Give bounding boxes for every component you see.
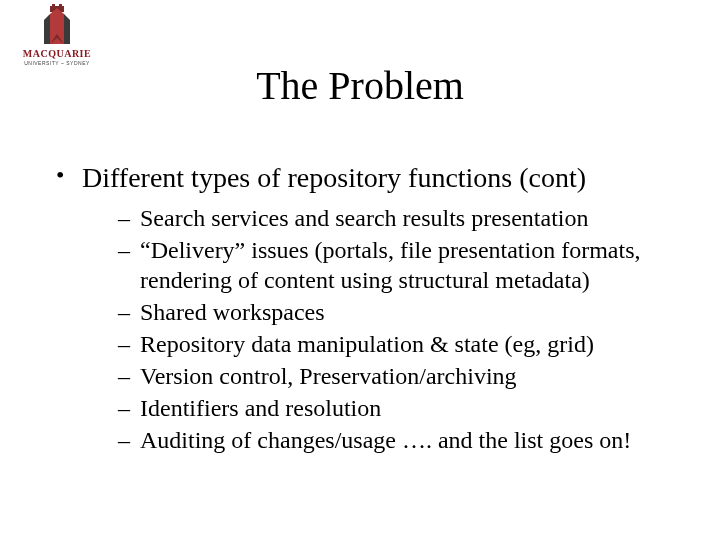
slide-title: The Problem [0, 62, 720, 109]
logo-title: MACQUARIE [12, 48, 102, 59]
bullet-level2-item: “Delivery” issues (portals, file present… [118, 235, 710, 295]
bullet-level2-item: Repository data manipulation & state (eg… [118, 329, 710, 359]
bullet-level2-item: Search services and search results prese… [118, 203, 710, 233]
bullet-list-level2: Search services and search results prese… [82, 203, 710, 455]
svg-rect-1 [52, 4, 55, 8]
university-logo: MACQUARIE UNIVERSITY ~ SYDNEY [12, 4, 102, 66]
bullet-list-level1: Different types of repository functions … [54, 160, 710, 455]
slide-body: Different types of repository functions … [54, 160, 710, 469]
bullet-level2-item: Shared workspaces [118, 297, 710, 327]
bullet-level2-item: Version control, Preservation/archiving [118, 361, 710, 391]
svg-rect-2 [59, 4, 62, 8]
bullet-level2-item: Identifiers and resolution [118, 393, 710, 423]
bullet-level2-item: Auditing of changes/usage …. and the lis… [118, 425, 710, 455]
slide: MACQUARIE UNIVERSITY ~ SYDNEY The Proble… [0, 0, 720, 540]
bullet-text: Different types of repository functions … [82, 162, 586, 193]
bullet-level1-item: Different types of repository functions … [54, 160, 710, 455]
crest-icon [36, 4, 78, 46]
